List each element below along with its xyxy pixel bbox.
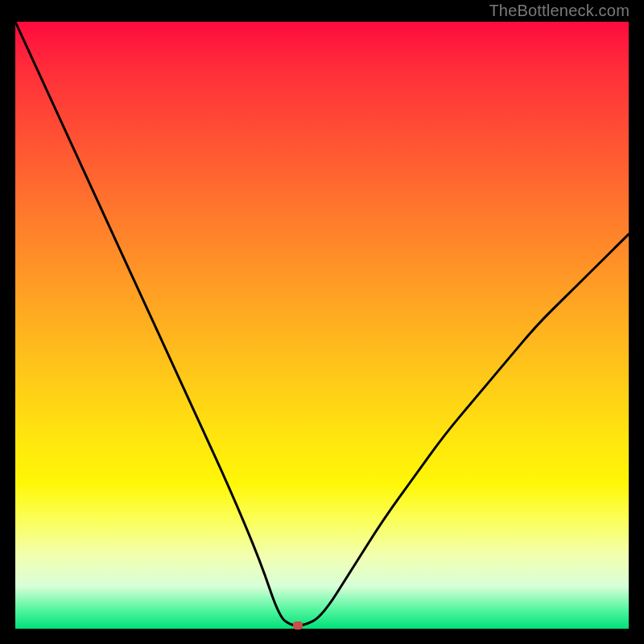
attribution-text: TheBottleneck.com bbox=[489, 2, 630, 20]
chart-minimum-marker bbox=[293, 621, 303, 630]
chart-curve bbox=[15, 22, 629, 629]
chart-plot-area bbox=[15, 22, 629, 629]
